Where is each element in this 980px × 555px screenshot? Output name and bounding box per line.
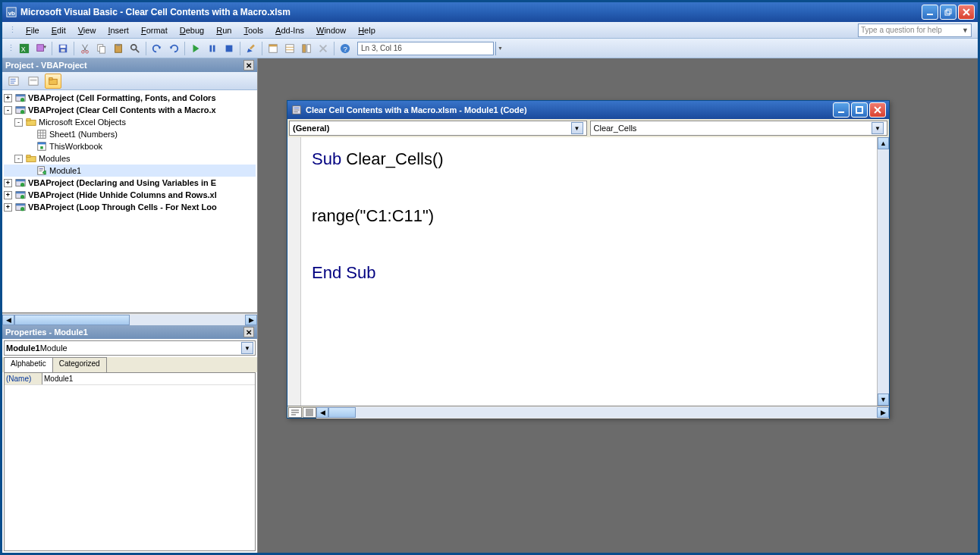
tree-node[interactable]: -VBAProject (Clear Cell Contents with a …: [4, 104, 256, 116]
paste-icon[interactable]: [111, 41, 126, 56]
tree-node[interactable]: Sheet1 (Numbers): [4, 128, 256, 140]
code-minimize-button[interactable]: [833, 102, 850, 118]
properties-object-combo[interactable]: Module1 Module ▼: [4, 340, 256, 356]
svg-rect-28: [213, 45, 215, 52]
reset-icon[interactable]: [221, 41, 237, 56]
svg-point-22: [131, 44, 137, 49]
close-button[interactable]: [958, 5, 975, 20]
tree-toggle[interactable]: -: [14, 155, 23, 163]
procedure-view-icon[interactable]: [288, 407, 302, 418]
tree-toggle[interactable]: +: [4, 203, 12, 212]
code-hscroll[interactable]: ◀ ▶: [316, 406, 889, 419]
project-pane-close[interactable]: ✕: [243, 60, 254, 71]
minimize-button[interactable]: [922, 5, 938, 20]
break-icon[interactable]: [205, 41, 220, 56]
properties-window-icon[interactable]: [282, 41, 297, 56]
redo-icon[interactable]: [166, 41, 181, 56]
help-search-box[interactable]: Type a question for help ▼: [858, 24, 972, 37]
tree-node[interactable]: +VBAProject (Loop Through Cells - For Ne…: [4, 201, 256, 213]
project-hscroll[interactable]: ◀ ▶: [2, 313, 257, 325]
tree-toggle[interactable]: +: [4, 179, 12, 187]
menu-format[interactable]: Format: [135, 24, 174, 36]
left-panes: Project - VBAProject ✕ +VBAProject (Cell…: [2, 58, 258, 553]
help-icon[interactable]: ?: [338, 41, 353, 56]
tree-node[interactable]: +VBAProject (Cell Formatting, Fonts, and…: [4, 92, 256, 104]
scroll-right-icon[interactable]: ▶: [877, 407, 889, 418]
tab-alphabetic[interactable]: Alphabetic: [4, 357, 53, 372]
svg-point-56: [20, 110, 24, 114]
svg-rect-58: [27, 119, 30, 121]
code-editor[interactable]: Sub Clear_Cells() range("C1:C11") End Su…: [301, 137, 877, 406]
svg-text:X: X: [21, 45, 26, 52]
position-dropdown[interactable]: ▼: [495, 42, 504, 55]
insert-dropdown-icon[interactable]: [33, 41, 49, 56]
procedure-combo[interactable]: Clear_Cells ▼: [590, 121, 888, 136]
object-browser-icon[interactable]: [299, 41, 314, 56]
scroll-up-icon[interactable]: ▲: [878, 137, 889, 149]
code-maximize-button[interactable]: [851, 102, 868, 118]
chevron-down-icon[interactable]: ▼: [241, 342, 253, 354]
tree-node[interactable]: Module1: [4, 165, 256, 177]
project-explorer-icon[interactable]: [265, 41, 281, 56]
property-row[interactable]: (Name) Module1: [5, 373, 255, 385]
property-value[interactable]: Module1: [42, 373, 255, 384]
object-combo-value: (General): [293, 124, 329, 133]
object-combo[interactable]: (General) ▼: [289, 121, 587, 136]
svg-rect-13: [61, 49, 64, 52]
tree-toggle[interactable]: -: [14, 118, 23, 127]
menu-help[interactable]: Help: [352, 24, 382, 36]
view-object-icon[interactable]: [25, 74, 42, 89]
menu-run[interactable]: Run: [210, 24, 237, 36]
chevron-down-icon[interactable]: ▼: [571, 122, 583, 134]
menu-window[interactable]: Window: [310, 24, 352, 36]
tree-toggle[interactable]: +: [4, 94, 12, 102]
menubar-grip: ⋮: [8, 25, 17, 35]
code-vscroll[interactable]: ▲ ▼: [877, 137, 889, 406]
help-search-placeholder: Type a question for help: [861, 26, 942, 34]
full-module-view-icon[interactable]: [303, 407, 316, 418]
tree-node[interactable]: ThisWorkbook: [4, 140, 256, 152]
menu-view[interactable]: View: [72, 24, 102, 36]
scroll-left-icon[interactable]: ◀: [316, 407, 328, 418]
svg-rect-12: [61, 45, 66, 48]
view-excel-icon[interactable]: X: [17, 41, 32, 56]
scroll-down-icon[interactable]: ▼: [878, 394, 889, 406]
vb-app-icon: vb: [5, 6, 17, 18]
project-tree[interactable]: +VBAProject (Cell Formatting, Fonts, and…: [2, 90, 257, 313]
menu-tools[interactable]: Tools: [237, 24, 269, 36]
tab-categorized[interactable]: Categorized: [52, 357, 107, 372]
tree-node[interactable]: -Modules: [4, 152, 256, 165]
book-icon: [36, 141, 48, 152]
folder-icon: [25, 153, 37, 164]
properties-pane-close[interactable]: ✕: [243, 327, 254, 337]
scroll-left-icon[interactable]: ◀: [2, 315, 14, 325]
code-close-button[interactable]: [869, 102, 886, 118]
save-icon[interactable]: [55, 41, 71, 56]
scroll-right-icon[interactable]: ▶: [245, 315, 257, 325]
run-icon[interactable]: [188, 41, 203, 56]
menu-add-ins[interactable]: Add-Ins: [269, 24, 310, 36]
menu-debug[interactable]: Debug: [174, 24, 210, 36]
svg-point-75: [20, 183, 24, 187]
restore-button[interactable]: [940, 5, 956, 20]
code-window-titlebar[interactable]: Clear Cell Contents with a Macro.xlsm - …: [287, 101, 889, 119]
undo-icon[interactable]: [149, 41, 165, 56]
tree-node[interactable]: +VBAProject (Declaring and Using Variabl…: [4, 177, 256, 189]
tree-node[interactable]: +VBAProject (Hide Unhide Columns and Row…: [4, 189, 256, 201]
cut-icon[interactable]: [77, 41, 93, 56]
main-area: Project - VBAProject ✕ +VBAProject (Cell…: [2, 58, 978, 553]
design-mode-icon[interactable]: [243, 41, 259, 56]
tree-toggle[interactable]: +: [4, 191, 12, 199]
copy-icon[interactable]: [94, 41, 109, 56]
toolbox-icon[interactable]: [316, 41, 331, 56]
toggle-folders-icon[interactable]: [45, 74, 61, 89]
chevron-down-icon[interactable]: ▼: [872, 122, 884, 134]
tree-toggle[interactable]: -: [4, 106, 12, 114]
menu-file[interactable]: File: [20, 24, 46, 36]
tree-node[interactable]: -Microsoft Excel Objects: [4, 116, 256, 128]
menu-insert[interactable]: Insert: [102, 24, 135, 36]
svg-marker-25: [170, 46, 173, 49]
menu-edit[interactable]: Edit: [46, 24, 72, 36]
view-code-icon[interactable]: [5, 74, 22, 89]
find-icon[interactable]: [127, 41, 143, 56]
